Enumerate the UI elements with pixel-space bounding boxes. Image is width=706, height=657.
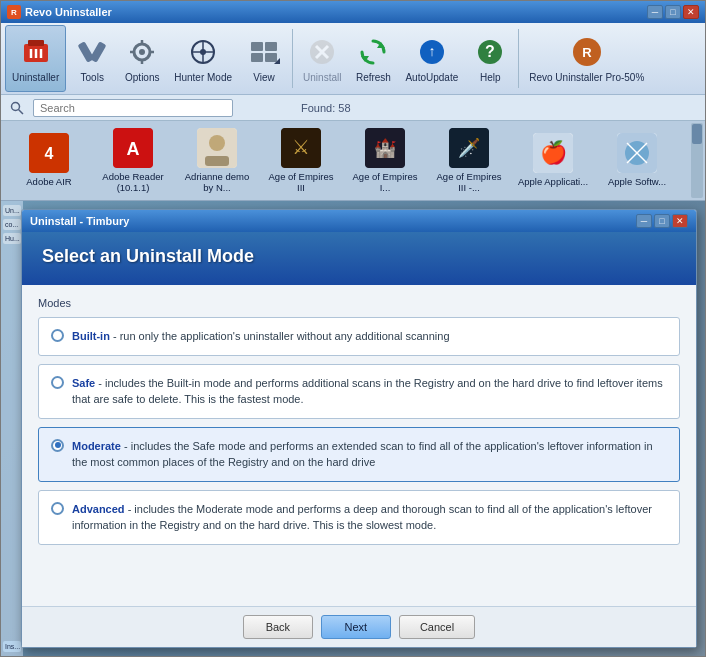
svg-rect-20: [265, 53, 277, 62]
svg-text:R: R: [582, 45, 592, 60]
svg-line-34: [19, 109, 24, 114]
app-item-adobe-air[interactable]: 4 Adobe AIR: [9, 129, 89, 191]
toolbar-revo-pro-label: Revo Uninstaller Pro-50%: [529, 72, 644, 83]
toolbar-autoupdate-label: AutoUpdate: [405, 72, 458, 83]
side-item-3: Hu...: [3, 233, 21, 244]
toolbar-options-label: Options: [125, 72, 159, 83]
mode-builtin[interactable]: Built-in - run only the application's un…: [38, 317, 680, 356]
search-icon: [9, 100, 25, 116]
hunter-mode-icon: [185, 34, 221, 70]
svg-rect-41: [205, 156, 229, 166]
radio-moderate[interactable]: [51, 439, 64, 452]
mode-safe-text: Safe - includes the Built-in mode and pe…: [72, 375, 667, 408]
dialog-maximize-button[interactable]: □: [654, 214, 670, 228]
toolbar-hunter-mode[interactable]: Hunter Mode: [168, 25, 238, 92]
toolbar-view-label: View: [253, 72, 275, 83]
toolbar-divider-2: [518, 29, 519, 88]
app-item-age-empires-3[interactable]: ⚔ Age of Empires III: [261, 124, 341, 198]
minimize-button[interactable]: ─: [647, 5, 663, 19]
search-input[interactable]: [33, 99, 233, 117]
app-grid: 4 Adobe AIR A Adobe Reader (10.1.1): [1, 121, 705, 201]
dialog-title: Uninstall - Timbury: [30, 215, 129, 227]
mode-safe[interactable]: Safe - includes the Built-in mode and pe…: [38, 364, 680, 419]
mode-advanced[interactable]: Advanced - includes the Moderate mode an…: [38, 490, 680, 545]
apple-app-icon: 🍎: [533, 133, 573, 173]
app-item-age-empires-1[interactable]: 🏰 Age of Empires I...: [345, 124, 425, 198]
toolbar-uninstaller[interactable]: Uninstaller: [5, 25, 66, 92]
toolbar-refresh-label: Refresh: [356, 72, 391, 83]
mode-moderate-text: Moderate - includes the Safe mode and pe…: [72, 438, 667, 471]
view-icon: [246, 34, 282, 70]
grid-scrollbar[interactable]: [691, 123, 703, 198]
mode-moderate[interactable]: Moderate - includes the Safe mode and pe…: [38, 427, 680, 482]
svg-point-33: [12, 102, 20, 110]
app-item-adobe-reader[interactable]: A Adobe Reader (10.1.1): [93, 124, 173, 198]
svg-text:A: A: [127, 139, 140, 159]
toolbar-hunter-label: Hunter Mode: [174, 72, 232, 83]
toolbar-view[interactable]: View: [240, 25, 288, 92]
revo-pro-icon: R: [569, 34, 605, 70]
dialog-title-controls: ─ □ ✕: [636, 214, 688, 228]
side-item-4: Ins...: [3, 641, 21, 652]
modes-label: Modes: [38, 297, 680, 309]
title-bar-controls: ─ □ ✕: [647, 5, 699, 19]
dialog-close-button[interactable]: ✕: [672, 214, 688, 228]
options-icon: [124, 34, 160, 70]
autoupdate-icon: ↑: [414, 34, 450, 70]
apple-sw-icon: [617, 133, 657, 173]
cancel-button[interactable]: Cancel: [399, 615, 475, 639]
app-age-empires-3b-label: Age of Empires III -...: [433, 171, 505, 194]
radio-safe[interactable]: [51, 376, 64, 389]
tools-icon: [74, 34, 110, 70]
toolbar-uninstaller-label: Uninstaller: [12, 72, 59, 83]
help-icon: ?: [472, 34, 508, 70]
dialog-header-title: Select an Uninstall Mode: [42, 246, 676, 267]
title-bar: R Revo Uninstaller ─ □ ✕: [1, 1, 705, 23]
next-button[interactable]: Next: [321, 615, 391, 639]
app-age-empires-3-label: Age of Empires III: [265, 171, 337, 194]
maximize-button[interactable]: □: [665, 5, 681, 19]
svg-rect-6: [90, 41, 107, 62]
window-title: Revo Uninstaller: [25, 6, 112, 18]
mode-builtin-text: Built-in - run only the application's un…: [72, 328, 450, 345]
svg-text:↑: ↑: [428, 43, 435, 59]
svg-point-8: [139, 49, 145, 55]
app-item-adrianne[interactable]: Adrianne demo by N...: [177, 124, 257, 198]
toolbar-help-label: Help: [480, 72, 501, 83]
svg-rect-1: [28, 40, 44, 46]
toolbar-uninstall-label: Uninstall: [303, 72, 341, 83]
side-panel: Un... co... Hu... Ins...: [1, 201, 23, 656]
toolbar-autoupdate[interactable]: ↑ AutoUpdate: [399, 25, 464, 92]
toolbar-tools[interactable]: Tools: [68, 25, 116, 92]
radio-builtin[interactable]: [51, 329, 64, 342]
toolbar-revo-pro[interactable]: R Revo Uninstaller Pro-50%: [523, 25, 650, 92]
adobe-air-icon: 4: [29, 133, 69, 173]
svg-text:🗡️: 🗡️: [458, 137, 481, 159]
mode-advanced-text: Advanced - includes the Moderate mode an…: [72, 501, 667, 534]
main-area: Un... co... Hu... Ins... Uninstall - Tim…: [1, 201, 705, 656]
toolbar-options[interactable]: Options: [118, 25, 166, 92]
app-item-age-empires-3b[interactable]: 🗡️ Age of Empires III -...: [429, 124, 509, 198]
refresh-icon: [355, 34, 391, 70]
toolbar-refresh[interactable]: Refresh: [349, 25, 397, 92]
svg-text:?: ?: [485, 43, 495, 60]
app-adrianne-label: Adrianne demo by N...: [181, 171, 253, 194]
close-button[interactable]: ✕: [683, 5, 699, 19]
app-item-apple-sw[interactable]: Apple Softw...: [597, 129, 677, 191]
dialog-footer: Back Next Cancel: [22, 606, 696, 647]
radio-advanced[interactable]: [51, 502, 64, 515]
svg-rect-19: [251, 53, 263, 62]
toolbar-uninstall-btn[interactable]: Uninstall: [297, 25, 347, 92]
svg-point-16: [200, 49, 206, 55]
toolbar-help[interactable]: ? Help: [466, 25, 514, 92]
dialog-minimize-button[interactable]: ─: [636, 214, 652, 228]
toolbar: Uninstaller Tools: [1, 23, 705, 95]
app-item-apple-app[interactable]: 🍎 Apple Applicati...: [513, 129, 593, 191]
back-button[interactable]: Back: [243, 615, 313, 639]
search-bar: Found: 58: [1, 95, 705, 121]
svg-text:🏰: 🏰: [374, 137, 397, 159]
svg-rect-17: [251, 42, 263, 51]
uninstaller-icon: [18, 34, 54, 70]
grid-scrollbar-thumb: [692, 124, 702, 144]
dialog-body: Modes Built-in - run only the applicatio…: [22, 285, 696, 606]
